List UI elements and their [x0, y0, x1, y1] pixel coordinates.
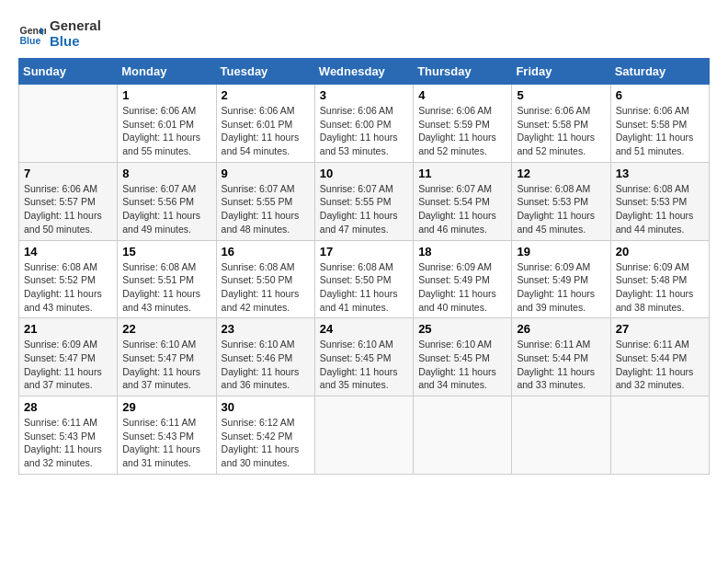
- day-number: 19: [517, 245, 605, 259]
- weekday-header-friday: Friday: [512, 59, 610, 85]
- day-number: 27: [616, 322, 704, 336]
- day-number: 29: [122, 400, 210, 414]
- day-info: Sunrise: 6:11 AMSunset: 5:43 PMDaylight:…: [24, 416, 112, 470]
- calendar-cell: 1 Sunrise: 6:06 AMSunset: 6:01 PMDayligh…: [118, 85, 216, 163]
- day-number: 6: [616, 88, 704, 102]
- weekday-header-thursday: Thursday: [414, 59, 512, 85]
- day-info: Sunrise: 6:09 AMSunset: 5:49 PMDaylight:…: [517, 260, 605, 315]
- day-info: Sunrise: 6:06 AMSunset: 5:59 PMDaylight:…: [418, 104, 506, 158]
- day-number: 18: [418, 245, 506, 259]
- calendar-cell: 20 Sunrise: 6:09 AMSunset: 5:48 PMDaylig…: [610, 240, 709, 318]
- calendar-cell: 26 Sunrise: 6:11 AMSunset: 5:44 PMDaylig…: [512, 318, 610, 396]
- calendar-cell: 15 Sunrise: 6:08 AMSunset: 5:51 PMDaylig…: [118, 240, 216, 318]
- day-info: Sunrise: 6:10 AMSunset: 5:45 PMDaylight:…: [418, 338, 506, 392]
- calendar-cell: 23 Sunrise: 6:10 AMSunset: 5:46 PMDaylig…: [216, 318, 314, 396]
- logo-general: General: [50, 18, 101, 34]
- calendar-cell: 4 Sunrise: 6:06 AMSunset: 5:59 PMDayligh…: [414, 85, 512, 163]
- day-number: 14: [24, 245, 112, 259]
- weekday-header-saturday: Saturday: [610, 59, 709, 85]
- calendar-cell: 3 Sunrise: 6:06 AMSunset: 6:00 PMDayligh…: [314, 85, 413, 163]
- day-info: Sunrise: 6:09 AMSunset: 5:47 PMDaylight:…: [24, 338, 112, 392]
- day-number: 30: [222, 400, 310, 414]
- day-info: Sunrise: 6:06 AMSunset: 6:00 PMDaylight:…: [320, 104, 408, 158]
- day-info: Sunrise: 6:12 AMSunset: 5:42 PMDaylight:…: [222, 416, 310, 470]
- calendar-cell: 29 Sunrise: 6:11 AMSunset: 5:43 PMDaylig…: [118, 396, 216, 475]
- day-info: Sunrise: 6:10 AMSunset: 5:46 PMDaylight:…: [222, 338, 310, 392]
- calendar-cell: [314, 396, 413, 475]
- calendar-week-3: 14 Sunrise: 6:08 AMSunset: 5:52 PMDaylig…: [19, 240, 710, 318]
- svg-text:Blue: Blue: [20, 34, 41, 45]
- calendar-cell: 25 Sunrise: 6:10 AMSunset: 5:45 PMDaylig…: [414, 318, 512, 396]
- weekday-header-wednesday: Wednesday: [314, 59, 413, 85]
- day-info: Sunrise: 6:06 AMSunset: 5:58 PMDaylight:…: [517, 104, 605, 158]
- weekday-header-monday: Monday: [118, 59, 216, 85]
- day-number: 21: [24, 322, 112, 336]
- calendar-cell: 10 Sunrise: 6:07 AMSunset: 5:55 PMDaylig…: [314, 162, 413, 240]
- day-number: 23: [222, 322, 310, 336]
- day-number: 1: [122, 88, 210, 102]
- calendar-cell: 8 Sunrise: 6:07 AMSunset: 5:56 PMDayligh…: [118, 162, 216, 240]
- calendar-week-1: 1 Sunrise: 6:06 AMSunset: 6:01 PMDayligh…: [19, 85, 710, 163]
- calendar-cell: 27 Sunrise: 6:11 AMSunset: 5:44 PMDaylig…: [610, 318, 709, 396]
- day-number: 24: [320, 322, 408, 336]
- day-number: 5: [517, 88, 605, 102]
- calendar-cell: 2 Sunrise: 6:06 AMSunset: 6:01 PMDayligh…: [216, 85, 314, 163]
- day-number: 15: [122, 245, 210, 259]
- calendar-week-5: 28 Sunrise: 6:11 AMSunset: 5:43 PMDaylig…: [19, 396, 710, 475]
- day-info: Sunrise: 6:11 AMSunset: 5:43 PMDaylight:…: [122, 416, 210, 470]
- calendar-cell: 30 Sunrise: 6:12 AMSunset: 5:42 PMDaylig…: [216, 396, 314, 475]
- calendar-cell: 22 Sunrise: 6:10 AMSunset: 5:47 PMDaylig…: [118, 318, 216, 396]
- day-info: Sunrise: 6:09 AMSunset: 5:48 PMDaylight:…: [616, 260, 704, 315]
- day-number: 7: [24, 167, 112, 180]
- day-info: Sunrise: 6:10 AMSunset: 5:45 PMDaylight:…: [320, 338, 408, 392]
- calendar-cell: 13 Sunrise: 6:08 AMSunset: 5:53 PMDaylig…: [610, 162, 709, 240]
- day-number: 2: [222, 88, 310, 102]
- day-number: 28: [24, 400, 112, 414]
- day-info: Sunrise: 6:10 AMSunset: 5:47 PMDaylight:…: [122, 338, 210, 392]
- day-number: 3: [320, 88, 408, 102]
- calendar-cell: 16 Sunrise: 6:08 AMSunset: 5:50 PMDaylig…: [216, 240, 314, 318]
- day-number: 10: [320, 167, 408, 180]
- day-info: Sunrise: 6:07 AMSunset: 5:55 PMDaylight:…: [320, 182, 408, 236]
- calendar-cell: 19 Sunrise: 6:09 AMSunset: 5:49 PMDaylig…: [512, 240, 610, 318]
- day-info: Sunrise: 6:08 AMSunset: 5:53 PMDaylight:…: [517, 182, 605, 236]
- weekday-header-tuesday: Tuesday: [216, 59, 314, 85]
- day-info: Sunrise: 6:06 AMSunset: 6:01 PMDaylight:…: [222, 104, 310, 158]
- day-number: 12: [517, 167, 605, 180]
- calendar-cell: 21 Sunrise: 6:09 AMSunset: 5:47 PMDaylig…: [19, 318, 118, 396]
- day-number: 25: [418, 322, 506, 336]
- day-info: Sunrise: 6:08 AMSunset: 5:51 PMDaylight:…: [122, 260, 210, 315]
- logo: General Blue General Blue: [18, 18, 101, 49]
- calendar-cell: 12 Sunrise: 6:08 AMSunset: 5:53 PMDaylig…: [512, 162, 610, 240]
- day-info: Sunrise: 6:11 AMSunset: 5:44 PMDaylight:…: [616, 338, 704, 392]
- day-info: Sunrise: 6:07 AMSunset: 5:54 PMDaylight:…: [418, 182, 506, 236]
- calendar-cell: 6 Sunrise: 6:06 AMSunset: 5:58 PMDayligh…: [610, 85, 709, 163]
- day-number: 4: [418, 88, 506, 102]
- day-info: Sunrise: 6:06 AMSunset: 5:58 PMDaylight:…: [616, 104, 704, 158]
- calendar-cell: [610, 396, 709, 475]
- weekday-header-row: SundayMondayTuesdayWednesdayThursdayFrid…: [19, 59, 710, 85]
- day-info: Sunrise: 6:09 AMSunset: 5:49 PMDaylight:…: [418, 260, 506, 315]
- day-info: Sunrise: 6:11 AMSunset: 5:44 PMDaylight:…: [517, 338, 605, 392]
- calendar-cell: [19, 85, 118, 163]
- day-info: Sunrise: 6:08 AMSunset: 5:53 PMDaylight:…: [616, 182, 704, 236]
- day-number: 8: [122, 167, 210, 180]
- day-info: Sunrise: 6:06 AMSunset: 6:01 PMDaylight:…: [122, 104, 210, 158]
- day-number: 16: [222, 245, 310, 259]
- calendar-cell: 11 Sunrise: 6:07 AMSunset: 5:54 PMDaylig…: [414, 162, 512, 240]
- logo-blue: Blue: [50, 34, 101, 50]
- day-info: Sunrise: 6:06 AMSunset: 5:57 PMDaylight:…: [24, 182, 112, 236]
- day-number: 17: [320, 245, 408, 259]
- weekday-header-sunday: Sunday: [19, 59, 118, 85]
- calendar-cell: 18 Sunrise: 6:09 AMSunset: 5:49 PMDaylig…: [414, 240, 512, 318]
- day-number: 11: [418, 167, 506, 180]
- day-number: 20: [616, 245, 704, 259]
- day-number: 13: [616, 167, 704, 180]
- calendar-cell: 5 Sunrise: 6:06 AMSunset: 5:58 PMDayligh…: [512, 85, 610, 163]
- calendar-cell: 9 Sunrise: 6:07 AMSunset: 5:55 PMDayligh…: [216, 162, 314, 240]
- day-number: 22: [122, 322, 210, 336]
- day-info: Sunrise: 6:08 AMSunset: 5:52 PMDaylight:…: [24, 260, 112, 315]
- header: General Blue General Blue: [18, 18, 710, 49]
- calendar-week-2: 7 Sunrise: 6:06 AMSunset: 5:57 PMDayligh…: [19, 162, 710, 240]
- day-number: 9: [222, 167, 310, 180]
